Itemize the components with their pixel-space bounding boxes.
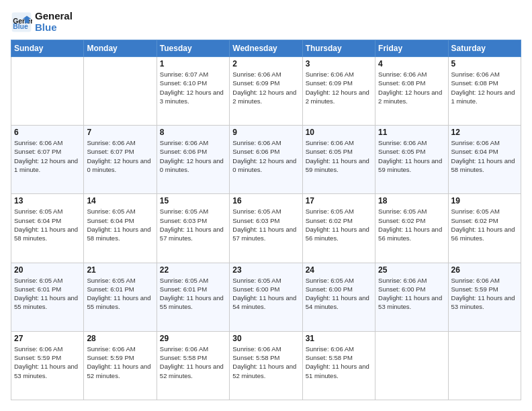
logo: General Blue GeneralBlue bbox=[11, 11, 73, 33]
day-info: Sunrise: 6:07 AMSunset: 6:10 PMDaylight:… bbox=[160, 70, 226, 105]
day-info: Sunrise: 6:05 AMSunset: 6:03 PMDaylight:… bbox=[160, 207, 226, 242]
day-info: Sunrise: 6:06 AMSunset: 6:05 PMDaylight:… bbox=[306, 138, 372, 174]
day-number: 12 bbox=[451, 128, 518, 137]
day-number: 24 bbox=[306, 265, 372, 275]
day-number: 11 bbox=[378, 128, 445, 137]
day-info: Sunrise: 6:05 AMSunset: 6:01 PMDaylight:… bbox=[14, 276, 81, 312]
day-info: Sunrise: 6:05 AMSunset: 6:00 PMDaylight:… bbox=[306, 276, 372, 312]
day-number: 20 bbox=[14, 265, 81, 275]
calendar-cell: 24Sunrise: 6:05 AMSunset: 6:00 PMDayligh… bbox=[302, 263, 375, 331]
calendar-cell: 15Sunrise: 6:05 AMSunset: 6:03 PMDayligh… bbox=[157, 194, 229, 263]
header: General Blue GeneralBlue bbox=[11, 11, 521, 33]
calendar-cell: 14Sunrise: 6:05 AMSunset: 6:04 PMDayligh… bbox=[84, 194, 157, 263]
day-number: 22 bbox=[160, 265, 226, 275]
day-number: 28 bbox=[87, 334, 153, 343]
day-info: Sunrise: 6:05 AMSunset: 6:01 PMDaylight:… bbox=[87, 276, 153, 312]
day-number: 30 bbox=[232, 334, 299, 343]
calendar-cell: 10Sunrise: 6:06 AMSunset: 6:05 PMDayligh… bbox=[302, 126, 375, 194]
day-number: 14 bbox=[87, 196, 153, 205]
header-saturday: Saturday bbox=[448, 40, 521, 57]
day-number: 15 bbox=[160, 196, 226, 205]
day-info: Sunrise: 6:05 AMSunset: 6:03 PMDaylight:… bbox=[232, 207, 299, 242]
calendar-cell: 9Sunrise: 6:06 AMSunset: 6:06 PMDaylight… bbox=[230, 126, 302, 194]
day-number: 13 bbox=[14, 196, 81, 205]
calendar-week-5: 27Sunrise: 6:06 AMSunset: 5:59 PMDayligh… bbox=[11, 331, 521, 400]
day-info: Sunrise: 6:06 AMSunset: 6:06 PMDaylight:… bbox=[232, 138, 299, 174]
calendar-cell bbox=[375, 331, 448, 400]
calendar-header-row: SundayMondayTuesdayWednesdayThursdayFrid… bbox=[11, 40, 521, 57]
header-monday: Monday bbox=[84, 40, 157, 57]
day-number: 25 bbox=[378, 265, 445, 275]
logo-text: GeneralBlue bbox=[35, 11, 73, 33]
day-number: 19 bbox=[451, 196, 518, 205]
calendar-cell: 11Sunrise: 6:06 AMSunset: 6:05 PMDayligh… bbox=[375, 126, 448, 194]
day-number: 23 bbox=[232, 265, 299, 275]
header-tuesday: Tuesday bbox=[157, 40, 229, 57]
calendar-cell: 12Sunrise: 6:06 AMSunset: 6:04 PMDayligh… bbox=[448, 126, 521, 194]
header-wednesday: Wednesday bbox=[230, 40, 302, 57]
day-info: Sunrise: 6:05 AMSunset: 6:01 PMDaylight:… bbox=[160, 276, 226, 312]
page: General Blue GeneralBlue SundayMondayTue… bbox=[0, 0, 532, 411]
day-info: Sunrise: 6:06 AMSunset: 5:59 PMDaylight:… bbox=[451, 276, 518, 312]
calendar-cell: 13Sunrise: 6:05 AMSunset: 6:04 PMDayligh… bbox=[11, 194, 84, 263]
day-info: Sunrise: 6:05 AMSunset: 6:02 PMDaylight:… bbox=[306, 207, 372, 242]
calendar-cell: 25Sunrise: 6:06 AMSunset: 6:00 PMDayligh… bbox=[375, 263, 448, 331]
day-number: 9 bbox=[232, 128, 299, 137]
day-info: Sunrise: 6:06 AMSunset: 6:05 PMDaylight:… bbox=[378, 138, 445, 174]
calendar-week-1: 1Sunrise: 6:07 AMSunset: 6:10 PMDaylight… bbox=[11, 57, 521, 126]
day-info: Sunrise: 6:06 AMSunset: 6:06 PMDaylight:… bbox=[160, 138, 226, 174]
day-info: Sunrise: 6:06 AMSunset: 6:08 PMDaylight:… bbox=[378, 70, 445, 105]
calendar-cell: 7Sunrise: 6:06 AMSunset: 6:07 PMDaylight… bbox=[84, 126, 157, 194]
day-number: 21 bbox=[87, 265, 153, 275]
calendar-cell: 2Sunrise: 6:06 AMSunset: 6:09 PMDaylight… bbox=[230, 57, 302, 126]
svg-text:Blue: Blue bbox=[13, 23, 28, 30]
day-info: Sunrise: 6:06 AMSunset: 5:58 PMDaylight:… bbox=[306, 345, 372, 380]
day-info: Sunrise: 6:06 AMSunset: 6:08 PMDaylight:… bbox=[451, 70, 518, 105]
day-number: 4 bbox=[378, 59, 445, 68]
day-info: Sunrise: 6:06 AMSunset: 6:04 PMDaylight:… bbox=[451, 138, 518, 174]
calendar-cell bbox=[84, 57, 157, 126]
calendar-cell bbox=[11, 57, 84, 126]
day-info: Sunrise: 6:06 AMSunset: 6:09 PMDaylight:… bbox=[306, 70, 372, 105]
day-info: Sunrise: 6:05 AMSunset: 6:04 PMDaylight:… bbox=[87, 207, 153, 242]
day-number: 17 bbox=[306, 196, 372, 205]
calendar-cell: 27Sunrise: 6:06 AMSunset: 5:59 PMDayligh… bbox=[11, 331, 84, 400]
day-info: Sunrise: 6:06 AMSunset: 6:07 PMDaylight:… bbox=[14, 138, 81, 174]
day-number: 18 bbox=[378, 196, 445, 205]
calendar-cell: 20Sunrise: 6:05 AMSunset: 6:01 PMDayligh… bbox=[11, 263, 84, 331]
day-number: 29 bbox=[160, 334, 226, 343]
calendar-cell: 28Sunrise: 6:06 AMSunset: 5:59 PMDayligh… bbox=[84, 331, 157, 400]
calendar-cell: 6Sunrise: 6:06 AMSunset: 6:07 PMDaylight… bbox=[11, 126, 84, 194]
day-number: 3 bbox=[306, 59, 372, 68]
calendar-cell: 22Sunrise: 6:05 AMSunset: 6:01 PMDayligh… bbox=[157, 263, 229, 331]
header-sunday: Sunday bbox=[11, 40, 84, 57]
day-number: 7 bbox=[87, 128, 153, 137]
calendar-cell: 18Sunrise: 6:05 AMSunset: 6:02 PMDayligh… bbox=[375, 194, 448, 263]
calendar-cell: 21Sunrise: 6:05 AMSunset: 6:01 PMDayligh… bbox=[84, 263, 157, 331]
day-info: Sunrise: 6:06 AMSunset: 6:07 PMDaylight:… bbox=[87, 138, 153, 174]
header-thursday: Thursday bbox=[302, 40, 375, 57]
day-number: 27 bbox=[14, 334, 81, 343]
calendar-cell: 17Sunrise: 6:05 AMSunset: 6:02 PMDayligh… bbox=[302, 194, 375, 263]
day-number: 8 bbox=[160, 128, 226, 137]
day-info: Sunrise: 6:06 AMSunset: 5:58 PMDaylight:… bbox=[160, 345, 226, 380]
day-info: Sunrise: 6:06 AMSunset: 5:59 PMDaylight:… bbox=[87, 345, 153, 380]
calendar-table: SundayMondayTuesdayWednesdayThursdayFrid… bbox=[11, 40, 521, 400]
logo-icon: General Blue bbox=[11, 11, 32, 33]
day-number: 31 bbox=[306, 334, 372, 343]
header-friday: Friday bbox=[375, 40, 448, 57]
calendar-cell: 16Sunrise: 6:05 AMSunset: 6:03 PMDayligh… bbox=[230, 194, 302, 263]
calendar-cell: 3Sunrise: 6:06 AMSunset: 6:09 PMDaylight… bbox=[302, 57, 375, 126]
day-number: 2 bbox=[232, 59, 299, 68]
calendar-cell: 30Sunrise: 6:06 AMSunset: 5:58 PMDayligh… bbox=[230, 331, 302, 400]
calendar-cell: 29Sunrise: 6:06 AMSunset: 5:58 PMDayligh… bbox=[157, 331, 229, 400]
day-info: Sunrise: 6:06 AMSunset: 5:58 PMDaylight:… bbox=[232, 345, 299, 380]
calendar-cell: 26Sunrise: 6:06 AMSunset: 5:59 PMDayligh… bbox=[448, 263, 521, 331]
day-number: 1 bbox=[160, 59, 226, 68]
day-info: Sunrise: 6:05 AMSunset: 6:02 PMDaylight:… bbox=[451, 207, 518, 242]
calendar-week-4: 20Sunrise: 6:05 AMSunset: 6:01 PMDayligh… bbox=[11, 263, 521, 331]
calendar-week-2: 6Sunrise: 6:06 AMSunset: 6:07 PMDaylight… bbox=[11, 126, 521, 194]
day-number: 10 bbox=[306, 128, 372, 137]
calendar-cell: 5Sunrise: 6:06 AMSunset: 6:08 PMDaylight… bbox=[448, 57, 521, 126]
calendar-cell: 1Sunrise: 6:07 AMSunset: 6:10 PMDaylight… bbox=[157, 57, 229, 126]
